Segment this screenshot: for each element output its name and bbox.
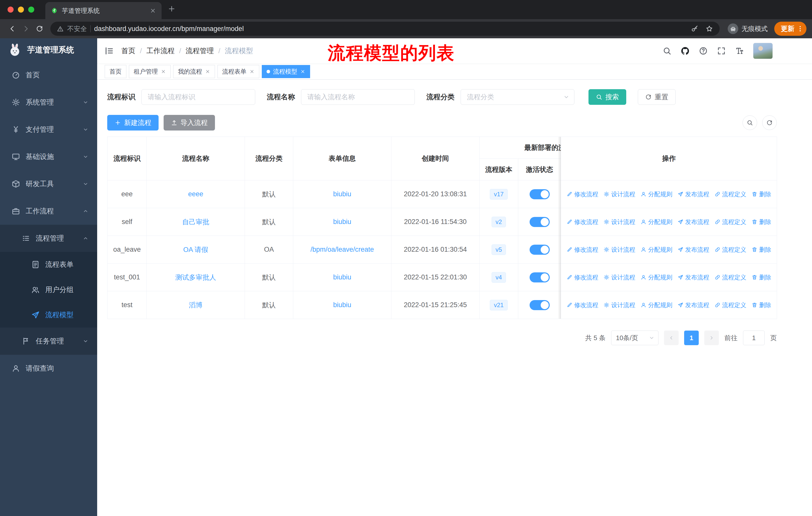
reload-button[interactable] (33, 22, 46, 35)
font-size-icon[interactable] (735, 46, 744, 55)
action-delete[interactable]: 删除 (752, 301, 771, 309)
url-text[interactable]: dashboard.yudao.iocoder.cn/bpm/manager/m… (94, 25, 684, 33)
action-delete[interactable]: 删除 (752, 246, 771, 254)
sidebar-item-payment-mgmt[interactable]: 支付管理 (0, 116, 97, 143)
security-warning-icon[interactable] (57, 25, 64, 32)
process-id-input[interactable] (141, 89, 255, 105)
close-icon[interactable] (161, 69, 166, 74)
minimize-window-button[interactable] (18, 6, 24, 12)
sidebar-item-user-group[interactable]: 用户分组 (0, 277, 97, 302)
action-publish-process[interactable]: 发布流程 (677, 218, 709, 226)
tag-process-model[interactable]: 流程模型 (262, 65, 310, 78)
active-toggle[interactable] (529, 300, 550, 310)
tag-process-form[interactable]: 流程表单 (218, 65, 259, 78)
close-window-button[interactable] (7, 6, 13, 12)
search-icon[interactable] (663, 46, 671, 55)
sidebar-item-process-model[interactable]: 流程模型 (0, 302, 97, 328)
action-design-process[interactable]: 设计流程 (604, 301, 635, 309)
current-page-button[interactable]: 1 (684, 331, 699, 345)
action-edit-process[interactable]: 修改流程 (567, 301, 598, 309)
page-size-select[interactable]: 10条/页 (611, 331, 659, 345)
sidebar-item-infrastructure[interactable]: 基础设施 (0, 143, 97, 170)
tag-home[interactable]: 首页 (105, 65, 126, 78)
action-process-definition[interactable]: 流程定义 (715, 301, 746, 309)
action-publish-process[interactable]: 发布流程 (677, 273, 709, 281)
search-button[interactable]: 搜索 (588, 89, 626, 105)
new-tab-button[interactable] (168, 5, 176, 15)
active-toggle[interactable] (529, 245, 550, 255)
action-assign-rule[interactable]: 分配规则 (641, 246, 672, 254)
breadcrumb-home[interactable]: 首页 (121, 46, 136, 56)
sidebar-item-dev-tools[interactable]: 研发工具 (0, 170, 97, 197)
close-icon[interactable] (205, 69, 210, 74)
help-icon[interactable] (699, 46, 708, 55)
sidebar-item-process-mgmt[interactable]: 流程管理 (0, 225, 97, 252)
fullscreen-icon[interactable] (717, 46, 726, 55)
sidebar-item-task-mgmt[interactable]: 任务管理 (0, 328, 97, 355)
action-assign-rule[interactable]: 分配规则 (641, 301, 672, 309)
bookmark-star-icon[interactable] (705, 25, 713, 32)
action-process-definition[interactable]: 流程定义 (715, 190, 746, 198)
browser-tab[interactable]: 芋道管理系统 (45, 2, 162, 19)
form-info-link[interactable]: biubiu (333, 273, 351, 281)
import-process-button[interactable]: 导入流程 (164, 115, 215, 131)
tab-close-icon[interactable] (150, 7, 156, 14)
create-process-button[interactable]: 新建流程 (107, 115, 158, 131)
action-publish-process[interactable]: 发布流程 (677, 246, 709, 254)
action-assign-rule[interactable]: 分配规则 (641, 273, 672, 281)
action-design-process[interactable]: 设计流程 (604, 273, 635, 281)
tag-my-process[interactable]: 我的流程 (173, 65, 215, 78)
process-name-link[interactable]: 自己审批 (182, 218, 209, 226)
action-edit-process[interactable]: 修改流程 (567, 218, 598, 226)
address-bar[interactable]: 不安全 dashboard.yudao.iocoder.cn/bpm/manag… (50, 22, 720, 36)
show-search-button[interactable] (743, 115, 757, 130)
incognito-profile-chip[interactable]: 无痕模式 (724, 22, 772, 36)
next-page-button[interactable] (704, 331, 719, 345)
breadcrumb-process-mgmt[interactable]: 流程管理 (186, 46, 214, 56)
app-logo[interactable]: 芋道管理系统 (0, 38, 97, 61)
process-name-input[interactable] (301, 89, 415, 105)
browser-update-button[interactable]: 更新 (774, 22, 807, 36)
action-process-definition[interactable]: 流程定义 (715, 218, 746, 226)
process-category-select[interactable]: 流程分类 (461, 89, 574, 105)
sidebar-item-process-form[interactable]: 流程表单 (0, 252, 97, 277)
action-publish-process[interactable]: 发布流程 (677, 190, 709, 198)
action-publish-process[interactable]: 发布流程 (677, 301, 709, 309)
browser-menu-icon[interactable] (796, 25, 804, 32)
action-design-process[interactable]: 设计流程 (604, 218, 635, 226)
sidebar-collapse-icon[interactable] (104, 46, 114, 56)
action-design-process[interactable]: 设计流程 (604, 246, 635, 254)
sidebar-item-workflow[interactable]: 工作流程 (0, 197, 97, 225)
user-avatar[interactable] (753, 43, 773, 59)
action-process-definition[interactable]: 流程定义 (715, 246, 746, 254)
action-delete[interactable]: 删除 (752, 218, 771, 226)
close-icon[interactable] (300, 69, 305, 74)
prev-page-button[interactable] (664, 331, 678, 345)
process-name-link[interactable]: 滔博 (189, 301, 203, 309)
active-toggle[interactable] (529, 217, 550, 227)
action-assign-rule[interactable]: 分配规则 (641, 190, 672, 198)
tag-tenant-mgmt[interactable]: 租户管理 (129, 65, 171, 78)
action-assign-rule[interactable]: 分配规则 (641, 218, 672, 226)
forward-button[interactable] (19, 22, 33, 35)
close-icon[interactable] (250, 69, 255, 74)
back-button[interactable] (5, 22, 19, 35)
reset-button[interactable]: 重置 (638, 89, 675, 105)
process-name-link[interactable]: 测试多审批人 (175, 274, 216, 281)
action-process-definition[interactable]: 流程定义 (715, 273, 746, 281)
maximize-window-button[interactable] (28, 6, 34, 12)
action-design-process[interactable]: 设计流程 (604, 190, 635, 198)
active-toggle[interactable] (529, 189, 550, 199)
action-delete[interactable]: 删除 (752, 190, 771, 198)
process-name-link[interactable]: OA 请假 (183, 246, 208, 253)
action-delete[interactable]: 删除 (752, 273, 771, 281)
breadcrumb-workflow[interactable]: 工作流程 (146, 46, 175, 56)
form-info-link[interactable]: biubiu (333, 301, 351, 309)
refresh-table-button[interactable] (762, 115, 777, 130)
action-edit-process[interactable]: 修改流程 (567, 273, 598, 281)
form-info-link[interactable]: biubiu (333, 190, 351, 198)
action-edit-process[interactable]: 修改流程 (567, 190, 598, 198)
active-toggle[interactable] (529, 272, 550, 282)
sidebar-item-home[interactable]: 首页 (0, 61, 97, 89)
action-edit-process[interactable]: 修改流程 (567, 246, 598, 254)
